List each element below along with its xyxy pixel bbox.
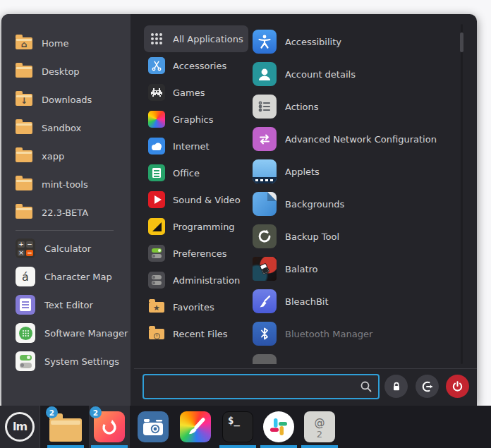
sidebar-item-sandbox[interactable]: Sandbox	[1, 114, 131, 142]
category-label: Recent Files	[173, 329, 228, 339]
app-item-label: Applets	[285, 167, 320, 177]
category-internet[interactable]: Internet	[144, 133, 248, 159]
taskbar-item-slack[interactable]	[258, 406, 299, 448]
app-item-advanced-network-configuration[interactable]: Advanced Network Configuration	[253, 123, 459, 155]
category-administration[interactable]: Administration	[144, 267, 248, 293]
character-map-icon: á	[16, 267, 35, 286]
taskbar-item-drawing[interactable]	[175, 406, 216, 448]
power-icon	[451, 380, 463, 392]
recent-files-folder-icon	[148, 325, 165, 342]
category-office[interactable]: Office	[144, 159, 248, 186]
sidebar-item-software-manager[interactable]: Software Manager	[1, 319, 131, 347]
category-list: All Applications Accessories Games Graph…	[144, 25, 248, 347]
sidebar-item-desktop[interactable]: Desktop	[1, 57, 131, 85]
category-accessories[interactable]: Accessories	[144, 52, 248, 79]
app-item-label: Actions	[285, 102, 319, 112]
taskbar-item-screenshot[interactable]	[133, 406, 174, 448]
app-item-bluetooth-manager[interactable]: Bluetooth Manager	[253, 317, 459, 350]
app-item-label: Accessibility	[285, 37, 341, 47]
category-recent-files[interactable]: Recent Files	[144, 320, 248, 347]
category-label: Administration	[173, 275, 240, 286]
category-label: Office	[173, 168, 200, 178]
app-item-applets[interactable]: Applets	[253, 155, 459, 188]
taskbar-item-terminal[interactable]: $_	[217, 406, 258, 448]
sidebar-item-downloads[interactable]: ↓ Downloads	[1, 85, 131, 114]
terminal-icon: $_	[222, 411, 253, 442]
sidebar-separator	[16, 230, 114, 231]
category-label: Graphics	[173, 114, 213, 125]
mint-logo-icon: lm	[5, 412, 35, 442]
app-item-actions[interactable]: Actions	[253, 90, 459, 123]
circular-arrow-icon	[253, 224, 277, 248]
category-label: Games	[173, 87, 205, 98]
category-graphics[interactable]: Graphics	[144, 106, 248, 133]
sidebar-item-22-3-beta[interactable]: 22.3-BETA	[1, 198, 131, 226]
code-triangle-icon	[148, 218, 165, 235]
category-label: Sound & Video	[173, 195, 241, 205]
taskbar-item-files[interactable]: 2	[45, 406, 86, 448]
app-item-backgrounds[interactable]: Backgrounds	[253, 188, 459, 220]
network-arrows-icon	[253, 127, 277, 151]
calculator-icon: +−×=	[16, 238, 35, 258]
sidebar-item-calculator[interactable]: +−×= Calculator	[1, 234, 131, 262]
category-label: Programming	[173, 222, 235, 232]
lock-icon	[391, 381, 402, 392]
play-icon	[148, 191, 165, 208]
sidebar-item-label: 22.3-BETA	[42, 207, 88, 218]
taskbar-item-firefox[interactable]: 2	[89, 406, 130, 448]
document-icon	[148, 164, 165, 181]
sidebar-item-xapp[interactable]: xapp	[1, 142, 131, 170]
balatro-card-icon	[253, 257, 277, 281]
backgrounds-page-icon	[253, 192, 277, 216]
applets-panel-icon	[253, 159, 277, 183]
app-item-label: Bluetooth Manager	[285, 329, 372, 339]
category-label: All Applications	[173, 34, 243, 44]
scrollbar-thumb[interactable]	[460, 32, 463, 52]
category-sound-video[interactable]: Sound & Video	[144, 186, 248, 213]
app-item-accessibility[interactable]: Accessibility	[253, 25, 459, 58]
application-list: Accessibility Account details Actions Ad…	[253, 25, 459, 364]
category-all-applications[interactable]: All Applications	[144, 25, 248, 52]
bluetooth-icon	[253, 322, 277, 346]
sidebar-item-label: Sandbox	[42, 123, 81, 133]
category-label: Internet	[173, 141, 210, 152]
sidebar-item-home[interactable]: ⌂ Home	[1, 29, 131, 57]
sidebar-item-text-editor[interactable]: Text Editor	[1, 291, 131, 319]
app-item-balatro[interactable]: Balatro	[253, 253, 459, 285]
logout-button[interactable]	[416, 375, 439, 398]
sidebar-item-label: Desktop	[42, 66, 80, 77]
menu-button[interactable]: lm	[0, 406, 40, 448]
sidebar-item-mint-tools[interactable]: mint-tools	[1, 170, 131, 198]
category-programming[interactable]: Programming	[144, 213, 248, 240]
app-item-bleachbit[interactable]: BleachBit	[253, 285, 459, 317]
category-preferences[interactable]: Preferences	[144, 240, 248, 267]
folder-icon	[16, 178, 32, 190]
category-label: Preferences	[173, 248, 226, 259]
list-icon	[253, 95, 277, 119]
taskbar-item-mail[interactable]: @ 2	[299, 406, 340, 448]
search-icon	[360, 380, 372, 393]
app-item-partial[interactable]	[253, 350, 459, 364]
sidebar-item-label: Character Map	[44, 272, 112, 282]
app-item-label: Backup Tool	[285, 231, 339, 242]
rainbow-palette-icon	[148, 111, 165, 128]
category-games[interactable]: Games	[144, 79, 248, 106]
system-settings-icon	[16, 351, 35, 371]
notification-badge: 2	[90, 406, 102, 418]
app-item-backup-tool[interactable]: Backup Tool	[253, 220, 459, 253]
cloud-icon	[148, 138, 165, 155]
running-indicator	[301, 445, 338, 448]
toggles-icon	[148, 272, 165, 289]
lock-button[interactable]	[384, 375, 408, 398]
app-item-label: BleachBit	[285, 296, 329, 307]
category-favorites[interactable]: ★ Favorites	[144, 293, 248, 320]
search-input[interactable]	[143, 374, 380, 399]
sidebar-item-character-map[interactable]: á Character Map	[1, 262, 131, 291]
app-item-account-details[interactable]: Account details	[253, 58, 459, 90]
space-invader-icon	[148, 84, 165, 101]
scissors-icon	[148, 57, 165, 74]
power-button[interactable]	[446, 375, 469, 398]
sidebar-item-label: Home	[42, 38, 68, 49]
all-applications-grid-icon	[148, 30, 165, 47]
sidebar-item-system-settings[interactable]: System Settings	[1, 347, 131, 375]
